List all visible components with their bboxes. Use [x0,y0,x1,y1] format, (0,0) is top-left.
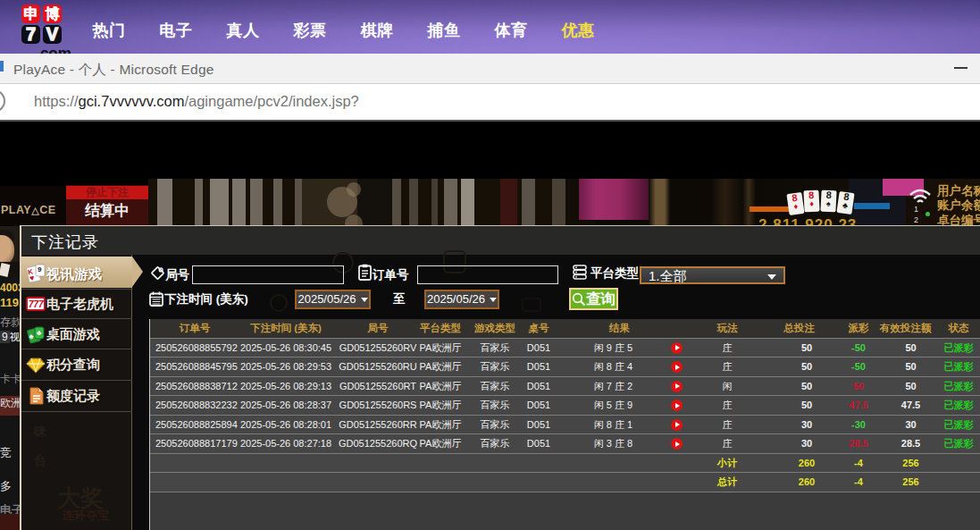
svg-text:♣: ♣ [37,329,42,337]
svg-text:9: 9 [38,265,42,273]
svg-text:777: 777 [29,299,44,309]
